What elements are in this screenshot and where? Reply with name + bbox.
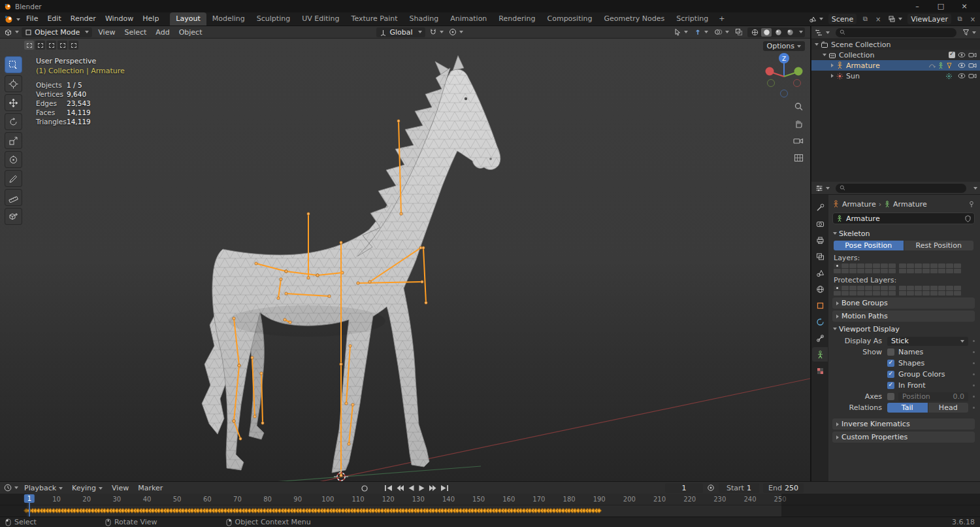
section-inverse-kinematics[interactable]: Inverse Kinematics — [832, 418, 975, 430]
layer-toggle[interactable] — [881, 264, 888, 268]
bone-joint[interactable] — [340, 241, 342, 244]
layer-toggle[interactable] — [946, 291, 953, 296]
layer-toggle[interactable] — [915, 286, 922, 290]
fake-user-shield-icon[interactable] — [965, 215, 971, 222]
tab-object[interactable] — [812, 298, 828, 313]
armature-name-field[interactable]: Armature — [832, 212, 975, 224]
gizmo-y-neg-axis[interactable] — [768, 80, 775, 87]
disable-render-camera-icon[interactable] — [968, 62, 977, 69]
animate-dot[interactable] — [968, 340, 975, 342]
timeline-menu-view[interactable]: View — [107, 482, 133, 494]
layer-toggle[interactable] — [881, 286, 888, 290]
checkbox-group-colors[interactable] — [887, 371, 894, 378]
bone-joint[interactable] — [233, 317, 235, 320]
animate-dot[interactable] — [968, 373, 975, 375]
tool-annotate[interactable] — [5, 170, 22, 187]
breadcrumb-data[interactable]: Armature — [893, 200, 927, 209]
layer-toggle[interactable] — [889, 264, 896, 268]
properties-search-input[interactable] — [836, 184, 966, 193]
bone-joint[interactable] — [316, 274, 319, 277]
layer-toggle[interactable] — [899, 286, 906, 290]
workspace-tab-geometry-nodes[interactable]: Geometry Nodes — [598, 12, 670, 26]
layer-toggle[interactable] — [923, 286, 930, 290]
scene-3d[interactable] — [0, 39, 810, 481]
maximize-button[interactable]: □ — [929, 0, 953, 12]
section-custom-properties[interactable]: Custom Properties — [832, 432, 975, 443]
bone-joint[interactable] — [285, 270, 287, 273]
layer-toggle[interactable] — [907, 291, 914, 296]
tool-measure[interactable] — [5, 189, 22, 206]
tab-texture[interactable] — [812, 364, 828, 378]
layer-toggle[interactable] — [899, 264, 906, 268]
layer-toggle[interactable] — [841, 291, 849, 296]
bone-joint[interactable] — [368, 280, 371, 283]
select-mode-invert-icon[interactable] — [57, 41, 67, 50]
layer-toggle[interactable] — [841, 286, 849, 290]
timeline-editor-type-button[interactable] — [3, 483, 20, 493]
shading-rendered-button[interactable] — [785, 28, 795, 37]
bone-joint[interactable] — [251, 356, 253, 359]
bone-joint[interactable] — [328, 295, 331, 298]
bone-joint[interactable] — [277, 297, 280, 299]
layer-toggle[interactable] — [865, 286, 872, 290]
tool-select-box[interactable] — [5, 56, 22, 73]
outliner-row-sun[interactable]: Sun — [811, 71, 980, 81]
unlink-scene-button[interactable]: × — [874, 14, 883, 24]
bone-joint[interactable] — [357, 282, 359, 284]
tab-tool[interactable] — [812, 200, 828, 214]
outliner-row-scene-collection[interactable]: Scene Collection — [811, 39, 980, 50]
menu-render[interactable]: Render — [66, 12, 101, 25]
layer-toggle[interactable] — [907, 264, 914, 268]
layer-toggle[interactable] — [849, 269, 857, 273]
tool-move[interactable] — [5, 94, 22, 111]
remove-viewlayer-button[interactable]: × — [968, 14, 977, 24]
tool-scale[interactable] — [5, 132, 22, 149]
layer-toggle[interactable] — [865, 291, 872, 296]
expand-arrow-icon[interactable] — [831, 74, 834, 78]
layer-toggle[interactable] — [930, 264, 938, 268]
bone-joint[interactable] — [340, 474, 342, 477]
layer-toggle[interactable] — [834, 269, 841, 273]
timeline-menu-playback[interactable]: Playback — [20, 482, 67, 494]
axes-position-field[interactable]: Position 0.0 — [898, 392, 968, 401]
hide-eye-icon[interactable] — [958, 73, 966, 79]
layer-toggle[interactable] — [857, 264, 864, 268]
viewport-menu-select[interactable]: Select — [120, 26, 151, 39]
section-bone-groups[interactable]: Bone Groups — [832, 298, 975, 309]
layer-toggle[interactable] — [881, 269, 888, 273]
hide-eye-icon[interactable] — [958, 62, 966, 69]
bone-joint[interactable] — [233, 420, 235, 422]
shading-material-button[interactable] — [773, 28, 783, 37]
viewport-canvas[interactable]: User Perspective (1) Collection | Armatu… — [0, 39, 810, 481]
minimize-button[interactable]: – — [906, 0, 929, 12]
blender-menu-button[interactable] — [3, 14, 22, 24]
bone-joint[interactable] — [289, 321, 291, 324]
pin-icon[interactable] — [968, 201, 975, 208]
play-button[interactable] — [418, 484, 425, 492]
tool-rotate[interactable] — [5, 113, 22, 130]
bone-joint[interactable] — [422, 246, 425, 249]
layer-toggle[interactable] — [930, 291, 938, 296]
gizmo-x-axis[interactable] — [766, 67, 774, 76]
layer-toggle[interactable] — [899, 269, 906, 273]
workspace-tab-animation[interactable]: Animation — [444, 12, 493, 26]
bone-joint[interactable] — [253, 415, 256, 418]
expand-arrow-icon[interactable] — [823, 54, 826, 56]
bone-joint[interactable] — [348, 443, 350, 445]
workspace-tab-sculpting[interactable]: Sculpting — [251, 12, 296, 26]
menu-edit[interactable]: Edit — [42, 12, 65, 25]
auto-keying-button[interactable] — [361, 484, 368, 492]
expand-arrow-icon[interactable] — [815, 43, 819, 46]
editor-type-button[interactable] — [3, 27, 20, 37]
zoom-button[interactable] — [792, 101, 804, 112]
layer-toggle[interactable] — [907, 286, 914, 290]
layer-toggle[interactable] — [954, 291, 961, 296]
section-motion-paths[interactable]: Motion Paths — [832, 311, 975, 322]
checkbox-in-front[interactable] — [887, 382, 894, 389]
animate-dot[interactable] — [968, 407, 975, 409]
tab-view-layer[interactable] — [812, 249, 828, 264]
disable-render-camera-icon[interactable] — [968, 52, 977, 58]
layer-toggle[interactable] — [857, 286, 864, 290]
tab-render[interactable] — [812, 216, 828, 231]
bone-joint[interactable] — [238, 364, 240, 367]
